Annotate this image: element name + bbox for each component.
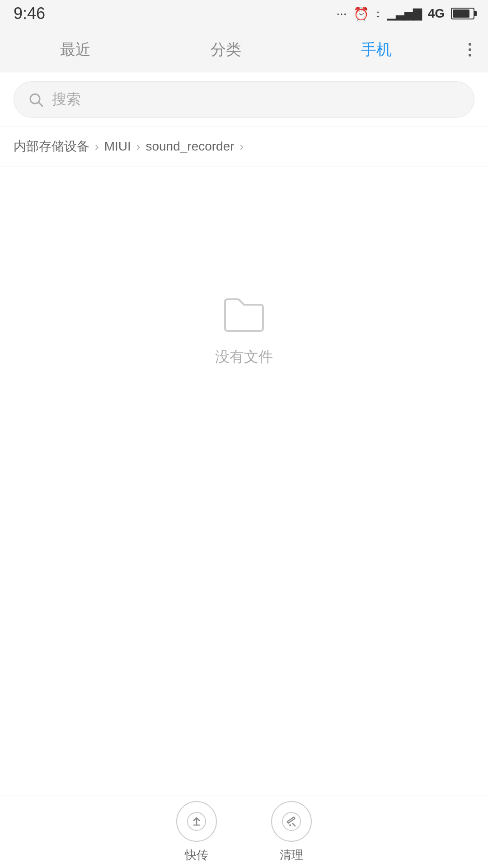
svg-line-7 bbox=[292, 823, 295, 826]
clean-icon bbox=[282, 811, 301, 831]
upload-icon bbox=[187, 811, 206, 831]
three-dots-icon bbox=[469, 43, 471, 57]
empty-message: 没有文件 bbox=[215, 347, 273, 367]
quick-transfer-icon-circle bbox=[176, 801, 217, 842]
breadcrumb: 内部存储设备 › MIUI › sound_recorder › bbox=[0, 127, 488, 166]
tab-recent[interactable]: 最近 bbox=[0, 27, 150, 72]
tab-category[interactable]: 分类 bbox=[150, 27, 301, 72]
svg-rect-6 bbox=[287, 817, 295, 823]
signal-bars-icon: ▁▃▅▇ bbox=[387, 7, 422, 21]
search-icon bbox=[28, 91, 44, 108]
svg-line-1 bbox=[39, 103, 42, 106]
search-placeholder: 搜索 bbox=[52, 90, 81, 109]
battery-icon bbox=[451, 8, 474, 19]
breadcrumb-item-storage[interactable]: 内部存储设备 bbox=[14, 138, 89, 155]
vibrate-icon: ↕ bbox=[375, 7, 381, 20]
folder-empty-icon bbox=[221, 293, 267, 334]
bottom-bar: 快传 清理 bbox=[0, 796, 488, 868]
quick-transfer-button[interactable]: 快传 bbox=[176, 801, 217, 863]
breadcrumb-separator-1: › bbox=[95, 140, 99, 154]
empty-state: 没有文件 bbox=[0, 293, 488, 367]
status-bar: 9:46 ··· ⏰ ↕ ▁▃▅▇ 4G bbox=[0, 0, 488, 27]
breadcrumb-separator-3: › bbox=[240, 140, 244, 154]
clean-label: 清理 bbox=[280, 847, 303, 863]
breadcrumb-item-miui[interactable]: MIUI bbox=[104, 139, 131, 154]
more-menu-button[interactable] bbox=[452, 43, 488, 57]
search-bar-wrapper: 搜索 bbox=[0, 72, 488, 127]
status-time: 9:46 bbox=[14, 4, 45, 23]
alarm-icon: ⏰ bbox=[353, 6, 369, 21]
clean-icon-circle bbox=[271, 801, 312, 842]
signal-dots-icon: ··· bbox=[336, 6, 347, 21]
search-bar[interactable]: 搜索 bbox=[14, 81, 474, 118]
clean-button[interactable]: 清理 bbox=[271, 801, 312, 863]
status-icons: ··· ⏰ ↕ ▁▃▅▇ 4G bbox=[336, 6, 474, 21]
quick-transfer-label: 快传 bbox=[185, 847, 208, 863]
breadcrumb-item-sound-recorder[interactable]: sound_recorder bbox=[145, 139, 234, 154]
main-layout: 搜索 内部存储设备 › MIUI › sound_recorder › 没有文件 bbox=[0, 72, 488, 796]
tab-bar: 最近 分类 手机 bbox=[0, 27, 488, 72]
breadcrumb-separator-2: › bbox=[136, 140, 141, 154]
tab-phone[interactable]: 手机 bbox=[301, 27, 452, 72]
network-type-label: 4G bbox=[428, 6, 445, 21]
